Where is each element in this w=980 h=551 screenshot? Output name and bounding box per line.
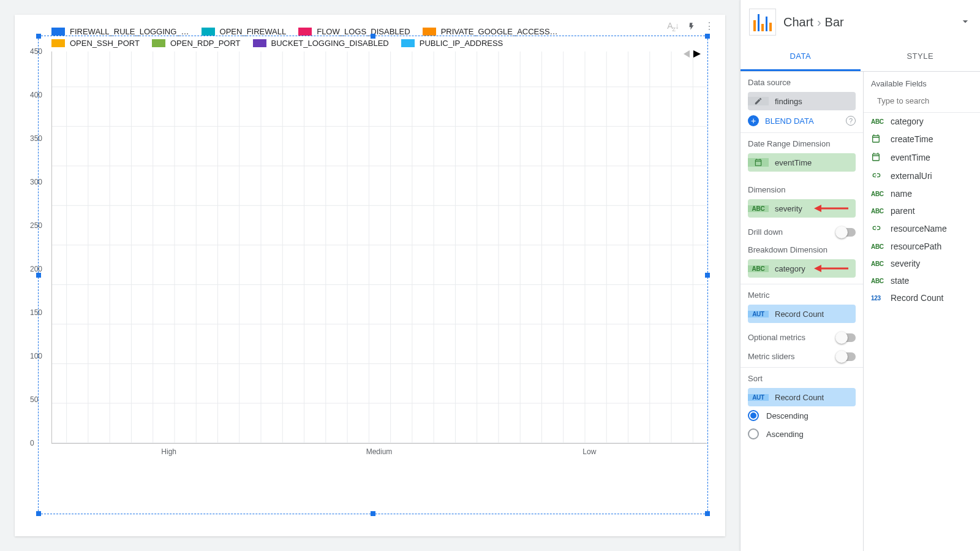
pencil-icon bbox=[754, 97, 763, 105]
num-type-icon: 123 bbox=[871, 295, 884, 302]
tab-style[interactable]: STYLE bbox=[861, 43, 981, 71]
dimension-label: Dimension bbox=[748, 185, 856, 194]
y-tick: 0 bbox=[30, 439, 34, 447]
aut-type-icon: AUT bbox=[748, 394, 769, 401]
available-field[interactable]: externalUri bbox=[864, 167, 980, 185]
chevron-down-icon[interactable] bbox=[959, 15, 971, 29]
optional-metrics-label: Optional metrics bbox=[748, 333, 805, 342]
metric-chip[interactable]: AUT Record Count bbox=[748, 305, 856, 323]
x-tick: Medium bbox=[301, 444, 457, 456]
available-field[interactable]: ABCcategory bbox=[864, 113, 980, 130]
lightning-icon[interactable] bbox=[687, 21, 696, 32]
field-search-input[interactable] bbox=[876, 96, 980, 106]
abc-type-icon: ABC bbox=[871, 278, 884, 284]
available-field[interactable]: ABCname bbox=[864, 185, 980, 202]
available-field[interactable]: resourceName bbox=[864, 219, 980, 238]
datasource-chip[interactable]: findings bbox=[748, 92, 856, 110]
legend-label: FIREWALL_RULE_LOGGING_… bbox=[70, 27, 189, 36]
abc-type-icon: ABC bbox=[871, 260, 884, 267]
available-field[interactable]: 123Record Count bbox=[864, 289, 980, 306]
bar-chart[interactable]: 050100150200250300350400450 bbox=[51, 51, 707, 444]
cal-type-icon bbox=[871, 152, 884, 163]
legend-swatch bbox=[298, 28, 312, 36]
sort-desc-radio[interactable]: Descending bbox=[748, 406, 856, 425]
dimension-chip[interactable]: ABC severity bbox=[748, 199, 856, 218]
available-fields-label: Available Fields bbox=[864, 72, 980, 93]
legend-label: BUCKET_LOGGING_DISABLED bbox=[271, 39, 389, 48]
y-tick: 50 bbox=[30, 395, 38, 404]
field-name: name bbox=[891, 189, 912, 199]
breakdown-chip[interactable]: ABC category bbox=[748, 259, 856, 278]
y-tick: 300 bbox=[30, 178, 42, 186]
legend-item[interactable]: OPEN_RDP_PORT bbox=[152, 39, 241, 48]
legend-item[interactable]: PRIVATE_GOOGLE_ACCESS… bbox=[423, 27, 558, 36]
legend-item[interactable]: BUCKET_LOGGING_DISABLED bbox=[253, 39, 389, 48]
tab-data[interactable]: DATA bbox=[741, 43, 861, 71]
panel-tabs: DATA STYLE bbox=[741, 43, 980, 72]
data-properties: Data source findings + BLEND DATA ? Date… bbox=[741, 72, 864, 551]
chevron-right-icon: › bbox=[817, 15, 821, 29]
daterange-label: Date Range Dimension bbox=[748, 139, 856, 148]
report-canvas[interactable]: AZ↓ ⋮ FIREWALL_RULE_LOGGING_…OPEN_FIREWA… bbox=[0, 0, 740, 551]
field-name: eventTime bbox=[891, 153, 930, 162]
field-search[interactable] bbox=[864, 93, 980, 113]
abc-type-icon: ABC bbox=[748, 205, 769, 212]
drilldown-toggle[interactable] bbox=[837, 228, 856, 237]
legend-swatch bbox=[202, 28, 215, 36]
legend-swatch bbox=[253, 39, 266, 47]
link-type-icon bbox=[871, 223, 884, 234]
legend-item[interactable]: OPEN_SSH_PORT bbox=[51, 39, 140, 48]
field-name: state bbox=[891, 276, 909, 286]
field-name: parent bbox=[891, 206, 915, 216]
y-tick: 350 bbox=[30, 134, 42, 143]
breakdown-label: Breakdown Dimension bbox=[748, 245, 856, 254]
radio-unchecked-icon bbox=[748, 428, 759, 439]
sort-chip[interactable]: AUT Record Count bbox=[748, 388, 856, 406]
legend-item[interactable]: FLOW_LOGS_DISABLED bbox=[298, 27, 410, 36]
legend-swatch bbox=[152, 39, 165, 47]
optional-metrics-toggle[interactable] bbox=[837, 333, 856, 342]
y-tick: 200 bbox=[30, 265, 42, 273]
breadcrumb-leaf: Bar bbox=[825, 15, 844, 29]
resize-handle[interactable] bbox=[705, 511, 710, 516]
available-field[interactable]: ABCparent bbox=[864, 202, 980, 219]
chart-widget[interactable]: AZ↓ ⋮ FIREWALL_RULE_LOGGING_…OPEN_FIREWA… bbox=[15, 15, 725, 536]
available-fields: Available Fields ABCcategorycreateTimeev… bbox=[864, 72, 980, 551]
legend-label: OPEN_RDP_PORT bbox=[170, 39, 241, 48]
help-icon[interactable]: ? bbox=[846, 116, 856, 126]
y-tick: 400 bbox=[30, 91, 42, 99]
available-field[interactable]: ABCresourcePath bbox=[864, 238, 980, 255]
legend-item[interactable]: PUBLIC_IP_ADDRESS bbox=[401, 39, 503, 48]
radio-checked-icon bbox=[748, 410, 759, 421]
datasource-label: Data source bbox=[748, 78, 856, 87]
cal-type-icon bbox=[871, 134, 884, 145]
breadcrumb[interactable]: Chart › Bar bbox=[741, 0, 980, 43]
sort-label: Sort bbox=[748, 374, 856, 383]
legend-label: OPEN_FIREWALL bbox=[220, 27, 287, 36]
available-field[interactable]: ABCseverity bbox=[864, 255, 980, 272]
available-field[interactable]: createTime bbox=[864, 130, 980, 148]
y-tick: 150 bbox=[30, 308, 42, 317]
legend-label: PUBLIC_IP_ADDRESS bbox=[420, 39, 503, 48]
field-name: category bbox=[891, 116, 924, 126]
legend-item[interactable]: OPEN_FIREWALL bbox=[202, 27, 287, 36]
field-name: createTime bbox=[891, 134, 933, 144]
legend-item[interactable]: FIREWALL_RULE_LOGGING_… bbox=[51, 27, 189, 36]
sort-icon[interactable]: AZ↓ bbox=[667, 21, 679, 32]
more-icon[interactable]: ⋮ bbox=[704, 25, 714, 28]
legend-label: OPEN_SSH_PORT bbox=[70, 39, 140, 48]
resize-handle[interactable] bbox=[371, 511, 375, 516]
field-name: resourcePath bbox=[891, 241, 941, 251]
daterange-chip[interactable]: eventTime bbox=[748, 153, 856, 172]
x-axis-labels: HighMediumLow bbox=[51, 444, 707, 456]
y-tick: 100 bbox=[30, 352, 42, 360]
blend-data-button[interactable]: + BLEND DATA ? bbox=[748, 115, 856, 126]
available-field[interactable]: eventTime bbox=[864, 148, 980, 167]
sort-asc-radio[interactable]: Ascending bbox=[748, 425, 856, 443]
resize-handle[interactable] bbox=[36, 34, 41, 39]
metric-sliders-toggle[interactable] bbox=[837, 352, 856, 361]
resize-handle[interactable] bbox=[36, 511, 41, 516]
available-field[interactable]: ABCstate bbox=[864, 272, 980, 289]
x-tick: Low bbox=[511, 444, 668, 456]
link-type-icon bbox=[871, 170, 884, 181]
